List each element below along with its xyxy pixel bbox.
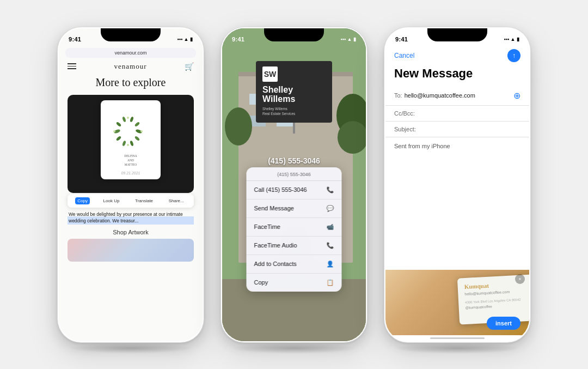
subject-label: Subject: [394,126,416,132]
svg-point-14 [113,130,115,132]
realtor-sign: SW Shelley Willems Shelley Willems Real … [256,61,332,134]
svg-point-13 [127,144,129,146]
lookup-btn[interactable]: Look Up [101,197,122,204]
facetime-label: FaceTime [254,223,281,230]
sign-name: Shelley Willems [262,85,326,104]
action-copy[interactable]: Copy 📋 [247,274,342,292]
sign-post [293,123,295,134]
card-email: hello@kumquatcoffee.com [464,288,528,295]
svg-point-12 [140,130,143,132]
hero-title: More to explore [64,75,197,89]
invitation-card: DELFINA AND MATTEO 09.21.2021 [101,100,161,179]
facetime-audio-label: FaceTime Audio [254,242,297,249]
facetime-icon: 📹 [327,223,334,231]
site-header: venamour 🛒 [59,62,203,75]
compose-title: New Message [385,64,529,86]
add-contacts-icon: 👤 [327,261,334,268]
insert-button[interactable]: insert [487,317,520,330]
compose-nav: Cancel ↑ [385,46,529,64]
svg-point-3 [122,116,126,122]
svg-point-10 [116,135,122,141]
body-text: Sent from my iPhone [394,143,450,149]
svg-point-7 [134,135,140,141]
action-facetime[interactable]: FaceTime 📹 [247,218,342,237]
home-indicator-3 [430,337,485,339]
facetime-audio-icon: 📞 [327,242,334,249]
phone-realtor: 9:41 ▪▪▪ ▲ ▮ SW Shelley Willems Shelley … [220,27,367,343]
sign-subtitle: Shelley Willems Real Estate Services [262,106,326,116]
notch-2 [264,28,324,41]
svg-point-5 [134,121,140,126]
action-add-contacts[interactable]: Add to Contacts 👤 [247,255,342,274]
time-2: 9:41 [232,36,244,43]
close-attachment-button[interactable]: × [515,274,525,284]
cart-icon[interactable]: 🛒 [185,62,194,71]
message-label: Send Message [254,205,294,211]
cancel-button[interactable]: Cancel [394,52,414,59]
action-facetime-audio[interactable]: FaceTime Audio 📞 [247,237,342,255]
translate-btn[interactable]: Translate [133,197,155,204]
sign-logo: SW [262,66,278,82]
call-icon: 📞 [327,186,334,193]
hamburger-menu[interactable] [68,63,76,69]
url-text: venamour.com [114,50,146,56]
svg-point-8 [130,140,134,146]
phone-action-popup: (415) 555-3046 Call (415) 555-3046 📞 Sen… [247,167,342,292]
site-logo: venamour [114,62,147,71]
copy-icon: 📋 [327,279,334,286]
phone-venamour: 9:41 ▪▪▪ ▲ ▮ venamour.com venamour 🛒 Mor… [57,27,204,343]
svg-point-4 [130,116,134,122]
to-field[interactable]: To: hello@kumquatcoffee.com ⊕ [385,86,529,106]
share-btn[interactable]: Share... [167,197,186,204]
to-label: To: [394,92,402,99]
cc-field[interactable]: Cc/Bcc: [385,106,529,122]
mail-attachment-area: Kumquat hello@kumquatcoffee.com 4306 Yor… [385,270,529,341]
action-message[interactable]: Send Message 💬 [247,199,342,218]
svg-point-9 [122,140,126,146]
to-value: hello@kumquatcoffee.com [405,92,513,99]
time-1: 9:41 [69,36,81,43]
wedding-date: 09.21.2021 [101,171,161,175]
product-card: DELFINA AND MATTEO 09.21.2021 [68,95,194,193]
signal-icons-2: ▪▪▪ ▲ ▮ [341,37,356,42]
business-card-preview: Kumquat hello@kumquatcoffee.com 4306 Yor… [385,270,529,335]
footer-image [68,239,194,262]
notch-3 [427,28,487,41]
signal-icons-3: ▪▪▪ ▲ ▮ [504,37,519,42]
popup-number: (415) 555-3046 [247,167,342,181]
shop-artwork-btn[interactable]: Shop Artwork [59,229,203,235]
context-menu: Copy Look Up Translate Share... [68,194,194,208]
svg-point-2 [116,121,122,126]
svg-point-26 [225,107,252,146]
cc-label: Cc/Bcc: [394,110,415,117]
add-contacts-label: Add to Contacts [254,261,297,267]
action-call[interactable]: Call (415) 555-3046 📞 [247,181,342,199]
phone-mail: 9:41 ▪▪▪ ▲ ▮ Cancel ↑ New Message To: he… [384,27,531,343]
url-bar[interactable]: venamour.com [65,48,196,58]
svg-point-11 [127,117,129,119]
subject-field[interactable]: Subject: [385,122,529,137]
add-recipient-button[interactable]: ⊕ [513,90,520,101]
sign-board: SW Shelley Willems Shelley Willems Real … [256,61,332,123]
detected-phone-number: (415) 555-3046 [268,156,320,165]
call-label: Call (415) 555-3046 [254,186,307,193]
floral-wreath [109,112,152,156]
notch [101,28,161,41]
selected-text: We would be delighted by your presence a… [68,211,194,225]
signal-icons-1: ▪▪▪ ▲ ▮ [177,37,193,42]
copy-btn[interactable]: Copy [75,197,90,204]
time-3: 9:41 [395,36,408,43]
copy-label: Copy [254,279,268,286]
send-button[interactable]: ↑ [507,49,520,62]
message-icon: 💬 [327,205,334,212]
